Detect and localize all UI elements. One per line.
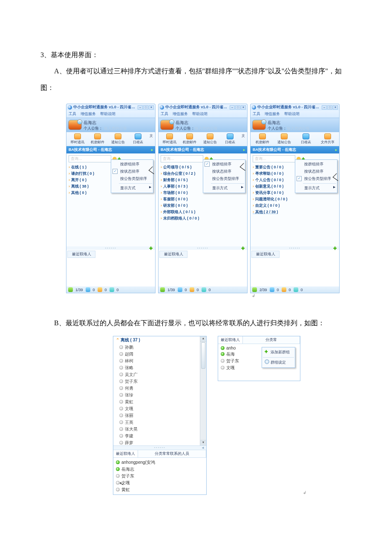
sort-context-menu[interactable]: 按群组排序 ✓按状态排序 按公告类型排序 显示方式▶ <box>111 159 153 193</box>
contact-list: 查询… ✚ 在线 ( 1 )请勿打扰 ( 0 )离开 ( 0 )离线 ( 38 … <box>66 153 156 246</box>
recent-tabs[interactable]: 最近联络人 分类常常联系的人员 <box>113 450 206 458</box>
titlebar: 中小企业即时通服务 v1.0 - 四川省中… –□× <box>66 104 156 110</box>
group-item[interactable]: 客服部 ( 0 / 0 ) <box>161 196 245 202</box>
ctx-group-settings[interactable]: 群组设定 <box>263 357 294 367</box>
menu-addon[interactable]: 增值服务 <box>81 111 96 117</box>
recent-header[interactable]: 最近联络人 <box>67 251 95 258</box>
ctx-by-status[interactable]: 按状态排序 <box>303 168 336 175</box>
contact-item[interactable]: 李建 <box>119 433 204 439</box>
window-title: 中小企业即时通服务 v1.0 - 四川省中… <box>73 104 138 110</box>
return-mark: ↲ <box>252 293 255 298</box>
group-item[interactable]: 其他 ( 2 / 39 ) <box>253 209 337 215</box>
contact-item[interactable]: 吴文广 <box>119 371 204 378</box>
contact-item[interactable]: 张珍 <box>119 392 204 399</box>
contact-item[interactable]: 王英 <box>119 419 204 426</box>
scroll-thumb[interactable] <box>201 342 205 369</box>
contact-item[interactable]: 黄虹 <box>116 486 204 493</box>
contact-item[interactable]: 张大晃 <box>119 426 204 433</box>
nav-im[interactable]: 即时通讯 <box>67 133 88 145</box>
nav-more[interactable]: 文 <box>148 133 154 145</box>
ctx-by-notice[interactable]: ✓按公告类型排序 <box>303 175 336 182</box>
ctx-by-status[interactable]: ✓按状态排序 <box>119 168 152 175</box>
tab-recent[interactable]: 最近联络人 <box>218 336 243 344</box>
contact-item[interactable]: 黄虹 <box>119 399 204 405</box>
status-online-icon <box>68 287 73 292</box>
contact-item[interactable]: 张略 <box>119 364 204 371</box>
ctx-by-status[interactable]: 按状态排序 <box>211 168 244 175</box>
ctx-by-notice[interactable]: 按公告类型排序 <box>119 175 152 182</box>
group-item[interactable]: 自定义 ( 0 / 0 ) <box>253 202 337 209</box>
status-icon <box>86 287 90 292</box>
contact-item[interactable]: 文嘎 <box>116 480 204 486</box>
contact-item[interactable]: 贺子东 <box>119 378 204 385</box>
ctx-by-group[interactable]: 按群组排序 <box>303 161 336 168</box>
offline-list: 离线 ( 37 ) 孙鹏赵阔林柯张略吴文广贺子东何勇张珍黄虹文嘎张丽王英张大晃李… <box>113 336 206 445</box>
screenshot-row-a: 中小企业即时通服务 v1.0 - 四川省中… –□× 工具 增值服务 帮助说明 … <box>40 96 354 298</box>
announce-hint: 输入您的公告 <box>104 126 127 130</box>
recent-panel: 最近联络人 <box>66 250 156 286</box>
splitter[interactable]: ••••••✚ <box>66 246 156 250</box>
recent-list: ↖ anhongpeng(安鸿岳海志贺子东文嘎黄虹 <box>113 458 206 494</box>
group-context-menu[interactable]: ✚添加新群组 群组设定 <box>262 347 295 368</box>
nav-secret[interactable]: 机密邮件 <box>88 133 108 145</box>
menu-bar[interactable]: 工具 增值服务 帮助说明 <box>66 110 156 118</box>
window-controls[interactable]: –□× <box>138 105 154 110</box>
user-name: 岳海志 <box>84 120 153 126</box>
contact-item[interactable]: anhongpeng(安鸿 <box>116 459 204 466</box>
splitter[interactable]: •••••• <box>113 445 206 450</box>
company-bar[interactable]: BA技术有限公司 - 岳海志▸ <box>66 146 156 153</box>
offline-panel-with-recent: 离线 ( 37 ) 孙鹏赵阔林柯张略吴文广贺子东何勇张珍黄虹文嘎张丽王英张大晃李… <box>113 336 207 495</box>
app-icon <box>68 105 72 110</box>
contact-item[interactable]: 孙鹏 <box>119 344 204 351</box>
nav-notice[interactable]: 通知公告 <box>108 133 128 145</box>
status-icon <box>98 287 102 292</box>
paragraph-a: A、使用者可以通过三种排序方式进行查看，包括"群组排序""状态排序"以及"公告类… <box>40 63 354 96</box>
scrollbar[interactable]: ▴ ▾ <box>200 336 206 445</box>
menu-help[interactable]: 帮助说明 <box>100 111 115 117</box>
contact-item[interactable]: 张丽 <box>119 412 204 419</box>
tab-frequent[interactable]: 分类常 <box>243 336 300 344</box>
ctx-display[interactable]: 显示方式▶ <box>303 183 336 192</box>
user-announcement[interactable]: 个人公告： 输入您的公告 <box>84 126 153 131</box>
ctx-by-group[interactable]: ✓按群组排序 <box>211 161 244 168</box>
group-item[interactable]: 问题透明化 ( 0 / 0 ) <box>253 196 337 202</box>
contact-item[interactable]: 文嘎 <box>119 405 204 412</box>
group-item[interactable]: 外部联络人 ( 0 / 1 ) <box>161 209 245 215</box>
return-mark: ↲ <box>303 490 306 495</box>
contact-item[interactable]: 岳海志 <box>116 466 204 473</box>
search-input[interactable]: 查询… <box>69 155 111 162</box>
menu-tools[interactable]: 工具 <box>69 111 76 117</box>
tab-frequent[interactable]: 分类常常联系的人员 <box>138 450 206 457</box>
contact-item[interactable]: 何勇 <box>119 385 204 392</box>
recent-panel-right: 最近联络人 分类常 anho岳海贺子东文嘎 ✚添加新群组 群组设定 ↲ <box>218 336 300 495</box>
user-row: 岳海志 个人公告： 输入您的公告 <box>66 118 156 132</box>
ctx-by-notice[interactable]: 按公告类型排序 <box>211 175 244 182</box>
app-window-status-sort: 中小企业即时通服务 v1.0 - 四川省中… –□× 工具 增值服务 帮助说明 … <box>66 104 156 298</box>
avatar[interactable] <box>68 120 82 130</box>
main-nav[interactable]: 即时通讯 机密邮件 通知公告 日程表 文 <box>66 132 156 146</box>
paragraph-b: B、最近联系过的人员都会在下面进行显示，也可以将经常联系的人进行归类排列，如图： <box>40 315 354 331</box>
status-count: 1/39 <box>75 288 83 292</box>
status-bar: 1/39 0 0 0 <box>66 286 156 293</box>
ctx-add-group[interactable]: ✚添加新群组 <box>263 348 294 356</box>
group-item[interactable]: 研发部 ( 0 / 0 ) <box>161 202 245 209</box>
contact-item[interactable]: 林柯 <box>119 358 204 364</box>
contact-item[interactable]: 赵阔 <box>119 351 204 358</box>
ctx-by-group[interactable]: 按群组排序 <box>119 161 152 168</box>
group-item[interactable]: 未归档联络人 ( 0 / 0 ) <box>161 215 245 222</box>
contact-item[interactable]: 薛萝 <box>119 439 204 445</box>
heading-3: 3、基本使用界面： <box>40 47 354 63</box>
tab-recent[interactable]: 最近联络人 <box>113 450 138 457</box>
contact-item[interactable]: 贺子东 <box>116 473 204 480</box>
ctx-display[interactable]: 显示方式▶ <box>211 183 244 192</box>
app-window-group-sort: 中小企业即时通服务 v1.0 - 四川省中…–□× 工具增值服务帮助说明 岳海志… <box>158 104 248 298</box>
announce-label: 个人公告： <box>84 126 103 130</box>
status-icon <box>110 287 114 292</box>
screenshot-row-b: 离线 ( 37 ) 孙鹏赵阔林柯张略吴文广贺子东何勇张珍黄虹文嘎张丽王英张大晃李… <box>40 332 354 495</box>
nav-schedule[interactable]: 日程表 <box>128 133 149 145</box>
offline-header[interactable]: 离线 ( 37 ) <box>113 336 206 344</box>
gear-icon <box>265 359 269 364</box>
app-window-notice-sort: 中小企业即时通服务 v1.0 - 四川省中…–□× 工具增值服务帮助说明 岳海志… <box>250 104 340 298</box>
ctx-display[interactable]: 显示方式▶ <box>119 183 152 192</box>
